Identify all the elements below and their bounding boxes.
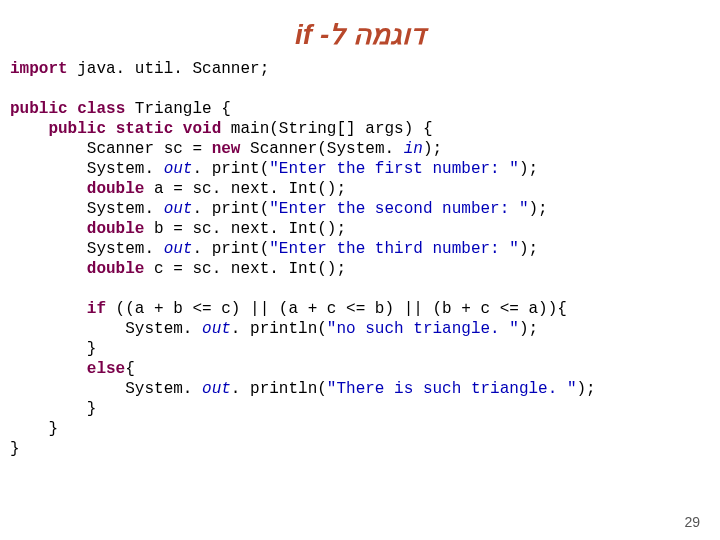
keyword-public: public: [48, 120, 106, 138]
close-brace: }: [10, 340, 96, 358]
field-in: in: [404, 140, 423, 158]
code-text: Scanner(System.: [240, 140, 403, 158]
code-text: a = sc. next. Int();: [144, 180, 346, 198]
code-text: Scanner sc =: [10, 140, 212, 158]
else-open: {: [125, 360, 135, 378]
field-out: out: [164, 200, 193, 218]
keyword-double: double: [87, 180, 145, 198]
code-text: c = sc. next. Int();: [144, 260, 346, 278]
keyword-void: void: [183, 120, 221, 138]
code-text: . print(: [192, 160, 269, 178]
keyword-double: double: [87, 260, 145, 278]
code-text: );: [519, 240, 538, 258]
slide-title: דוגמה ל- if: [0, 0, 720, 59]
code-text: . println(: [231, 380, 327, 398]
close-brace: }: [10, 440, 20, 458]
keyword-double: double: [87, 220, 145, 238]
keyword-static: static: [116, 120, 174, 138]
code-text: );: [519, 320, 538, 338]
string-literal: "no such triangle. ": [327, 320, 519, 338]
code-text: );: [423, 140, 442, 158]
field-out: out: [202, 320, 231, 338]
code-text: );: [529, 200, 548, 218]
field-out: out: [202, 380, 231, 398]
code-block: import java. util. Scanner; public class…: [0, 59, 720, 459]
field-out: out: [164, 240, 193, 258]
page-number: 29: [684, 514, 700, 530]
keyword-import: import: [10, 60, 68, 78]
class-name: Triangle {: [125, 100, 231, 118]
code-text: . println(: [231, 320, 327, 338]
keyword-public: public: [10, 100, 68, 118]
main-signature: main(String[] args) {: [221, 120, 432, 138]
code-text: b = sc. next. Int();: [144, 220, 346, 238]
close-brace: }: [10, 400, 96, 418]
code-text: System.: [10, 160, 164, 178]
string-literal: "Enter the first number: ": [269, 160, 519, 178]
code-text: . print(: [192, 240, 269, 258]
string-literal: "Enter the third number: ": [269, 240, 519, 258]
string-literal: "There is such triangle. ": [327, 380, 577, 398]
keyword-class: class: [77, 100, 125, 118]
code-text: System.: [10, 200, 164, 218]
if-condition: ((a + b <= c) || (a + c <= b) || (b + c …: [106, 300, 567, 318]
string-literal: "Enter the second number: ": [269, 200, 528, 218]
close-brace: }: [10, 420, 58, 438]
field-out: out: [164, 160, 193, 178]
keyword-new: new: [212, 140, 241, 158]
code-text: System.: [10, 240, 164, 258]
code-text: );: [519, 160, 538, 178]
import-text: java. util. Scanner;: [68, 60, 270, 78]
code-text: . print(: [192, 200, 269, 218]
keyword-else: else: [87, 360, 125, 378]
code-text: );: [577, 380, 596, 398]
keyword-if: if: [87, 300, 106, 318]
